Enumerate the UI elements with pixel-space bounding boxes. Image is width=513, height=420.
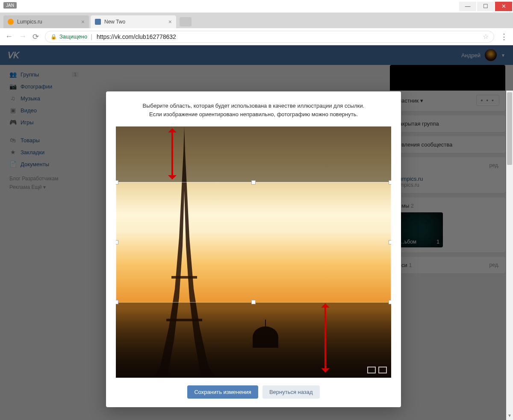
tab-title: Lumpics.ru	[17, 19, 42, 25]
reload-icon[interactable]: ⟳	[32, 32, 39, 41]
scrollbar-thumb[interactable]	[507, 92, 512, 165]
separator: |	[91, 33, 92, 40]
window-maximize-button[interactable]: ☐	[477, 2, 494, 11]
bookmark-star-icon[interactable]: ☆	[483, 32, 489, 41]
lock-icon: 🔒	[50, 34, 57, 40]
rotate-controls	[367, 367, 387, 373]
modal-instructions: Выберите область, которая будет использо…	[115, 102, 392, 119]
new-tab-button[interactable]	[180, 17, 192, 26]
forward-icon[interactable]: →	[19, 32, 27, 41]
crop-handle[interactable]	[389, 180, 391, 185]
scroll-down-icon[interactable]: ▼	[506, 413, 513, 420]
crop-handle[interactable]	[389, 300, 391, 304]
back-icon[interactable]: ←	[5, 32, 13, 41]
window-minimize-button[interactable]: —	[459, 2, 476, 11]
window-close-button[interactable]: ✕	[495, 2, 512, 11]
browser-toolbar: ← → ⟳ 🔒 Защищено | https://vk.com/club16…	[0, 28, 513, 45]
crop-handle[interactable]	[251, 180, 256, 185]
back-button[interactable]: Вернуться назад	[262, 385, 320, 399]
crop-handle[interactable]	[116, 180, 118, 185]
crop-handle[interactable]	[251, 300, 256, 304]
crop-modal: Выберите область, которая будет использо…	[106, 91, 401, 407]
close-icon[interactable]: ×	[168, 18, 172, 25]
rotate-right-icon[interactable]	[378, 367, 387, 373]
window-titlebar: JAN — ☐ ✕	[0, 0, 513, 13]
browser-tab-vk[interactable]: New Two ×	[91, 15, 176, 28]
crop-shade-bottom	[116, 303, 391, 378]
save-button[interactable]: Сохранить изменения	[187, 385, 258, 399]
annotation-arrow	[171, 131, 173, 177]
crop-handle[interactable]	[116, 240, 118, 244]
secure-label: Защищено	[59, 33, 87, 40]
crop-canvas[interactable]	[116, 126, 391, 378]
page-viewport: 𝘝𝘒 Андрей ▼ 👥Группы1 📷Фотографии ♫Музыка…	[0, 45, 513, 420]
modal-footer: Сохранить изменения Вернуться назад	[115, 385, 392, 399]
favicon-icon	[8, 19, 14, 25]
favicon-icon	[95, 19, 101, 25]
crop-selection[interactable]	[116, 182, 391, 303]
address-bar[interactable]: 🔒 Защищено | https://vk.com/club16277863…	[45, 31, 494, 43]
page-scrollbar[interactable]: ▲ ▼	[506, 91, 513, 420]
crop-handle[interactable]	[389, 240, 391, 244]
crop-shade-top	[116, 126, 391, 182]
tab-title: New Two	[104, 19, 125, 25]
browser-tabstrip: Lumpics.ru × New Two ×	[0, 13, 513, 28]
crop-handle[interactable]	[116, 300, 118, 304]
ext-badge: JAN	[3, 2, 17, 9]
close-icon[interactable]: ×	[81, 18, 85, 25]
browser-tab-lumpics[interactable]: Lumpics.ru ×	[3, 15, 89, 28]
browser-menu-icon[interactable]: ⋮	[500, 32, 508, 41]
rotate-left-icon[interactable]	[367, 367, 376, 373]
url-text: https://vk.com/club162778632	[97, 33, 176, 40]
annotation-arrow	[324, 306, 326, 370]
